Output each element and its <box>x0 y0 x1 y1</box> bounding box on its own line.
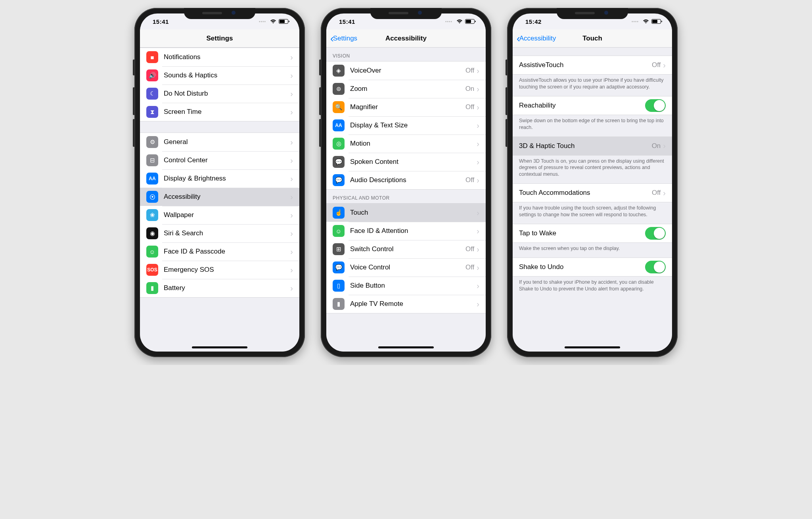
notifications-icon: ■ <box>146 51 158 63</box>
home-indicator[interactable] <box>192 346 247 348</box>
settings-row[interactable]: 🔍MagnifierOff› <box>326 98 486 116</box>
settings-row[interactable]: ⊞Switch ControlOff› <box>326 240 486 258</box>
signal-icon: •••• <box>632 19 639 24</box>
row-value: Off <box>465 103 474 111</box>
toggle-switch[interactable] <box>645 261 666 273</box>
footer-text: Wake the screen when you tap on the disp… <box>513 243 672 258</box>
settings-row[interactable]: AADisplay & Brightness› <box>140 169 299 188</box>
siri-icon: ◉ <box>146 227 158 239</box>
row-value: Off <box>465 176 474 184</box>
settings-row[interactable]: ⚙General› <box>140 133 299 151</box>
settings-row[interactable]: ⦿Accessibility› <box>140 188 299 206</box>
row-label: VoiceOver <box>350 67 465 75</box>
settings-row[interactable]: ■Notifications› <box>140 48 299 66</box>
chevron-right-icon: › <box>477 103 479 112</box>
home-indicator[interactable] <box>378 346 434 348</box>
settings-group: Tap to Wake <box>513 224 672 243</box>
section-header: PHYSICAL AND MOTOR <box>326 190 486 203</box>
section-header: VISION <box>326 48 486 61</box>
voiceover-icon: ◈ <box>333 65 345 77</box>
battery-icon <box>465 19 475 24</box>
chevron-right-icon: › <box>290 284 293 293</box>
settings-row[interactable]: ⊚ZoomOn› <box>326 80 486 98</box>
settings-row[interactable]: ▮Battery› <box>140 279 299 297</box>
toggle-switch[interactable] <box>645 227 666 240</box>
settings-row[interactable]: 💬Audio DescriptionsOff› <box>326 171 486 189</box>
status-indicators: •••• <box>632 19 661 24</box>
row-label: Wallpaper <box>164 211 290 219</box>
settings-row[interactable]: Tap to Wake <box>513 224 672 242</box>
toggle-switch[interactable] <box>645 99 666 112</box>
chevron-right-icon: › <box>663 61 666 70</box>
notch <box>184 8 255 19</box>
home-indicator[interactable] <box>565 346 620 348</box>
settings-group: AssistiveTouchOff› <box>513 56 672 75</box>
voicecontrol-icon: 💬 <box>333 261 345 273</box>
chevron-right-icon: › <box>290 53 293 62</box>
settings-group: Touch AccommodationsOff› <box>513 183 672 202</box>
settings-row[interactable]: 3D & Haptic TouchOn› <box>513 137 672 155</box>
settings-row[interactable]: ▮Apple TV Remote› <box>326 295 486 313</box>
chevron-right-icon: › <box>477 281 479 290</box>
row-label: Do Not Disturb <box>164 90 290 98</box>
settings-row[interactable]: 💬Voice ControlOff› <box>326 258 486 277</box>
settings-row[interactable]: ⧗Screen Time› <box>140 103 299 121</box>
chevron-right-icon: › <box>477 85 479 94</box>
settings-row[interactable]: Reachability <box>513 96 672 115</box>
chevron-right-icon: › <box>663 188 666 198</box>
battery-icon <box>651 19 661 24</box>
sos-icon: SOS <box>146 264 158 276</box>
settings-row[interactable]: 🔊Sounds & Haptics› <box>140 66 299 85</box>
row-label: Emergency SOS <box>164 266 290 274</box>
audiodesc-icon: 💬 <box>333 174 345 186</box>
chevron-right-icon: › <box>290 192 293 202</box>
settings-row[interactable]: ☺Face ID & Passcode› <box>140 242 299 261</box>
touch-list[interactable]: AssistiveTouchOff›AssistiveTouch allows … <box>513 48 672 352</box>
settings-row[interactable]: AssistiveTouchOff› <box>513 56 672 74</box>
settings-row[interactable]: 💬Spoken Content› <box>326 153 486 171</box>
settings-list[interactable]: ■Notifications›🔊Sounds & Haptics›☾Do Not… <box>140 48 299 352</box>
row-value: On <box>465 85 475 93</box>
textsize-icon: AA <box>333 119 345 131</box>
chevron-right-icon: › <box>290 89 293 98</box>
settings-row[interactable]: ☝Touch› <box>326 204 486 222</box>
settings-group: ◈VoiceOverOff›⊚ZoomOn›🔍MagnifierOff›AADi… <box>326 61 486 190</box>
back-button[interactable]: ‹ Accessibility <box>517 33 556 44</box>
status-time: 15:41 <box>153 18 169 25</box>
battery-icon: ▮ <box>146 282 158 294</box>
settings-row[interactable]: Touch AccommodationsOff› <box>513 184 672 202</box>
settings-row[interactable]: SOSEmergency SOS› <box>140 261 299 279</box>
settings-group: ⚙General›⊟Control Center›AADisplay & Bri… <box>140 133 299 298</box>
row-label: Sounds & Haptics <box>164 71 290 79</box>
wifi-icon <box>270 19 276 24</box>
settings-row[interactable]: ▯Side Button› <box>326 277 486 295</box>
settings-row[interactable]: ◉Siri & Search› <box>140 224 299 242</box>
appletv-icon: ▮ <box>333 298 345 310</box>
back-label: Accessibility <box>519 35 556 42</box>
row-label: Shake to Undo <box>519 263 645 271</box>
row-label: 3D & Haptic Touch <box>519 142 652 150</box>
settings-row[interactable]: ◈VoiceOverOff› <box>326 62 486 80</box>
row-label: Reachability <box>519 102 645 110</box>
settings-row[interactable]: Shake to Undo <box>513 258 672 276</box>
page-title: Touch <box>582 35 602 42</box>
settings-row[interactable]: ◎Motion› <box>326 135 486 153</box>
settings-row[interactable]: ❀Wallpaper› <box>140 206 299 224</box>
chevron-right-icon: › <box>663 141 666 150</box>
row-label: Zoom <box>350 85 465 93</box>
settings-row[interactable]: ⊟Control Center› <box>140 151 299 169</box>
phone-touch: 15:42 •••• ‹ Accessibility Touch Assisti… <box>507 8 678 357</box>
settings-row[interactable]: ☾Do Not Disturb› <box>140 85 299 103</box>
row-label: Face ID & Attention <box>350 227 477 235</box>
settings-row[interactable]: ☺Face ID & Attention› <box>326 222 486 240</box>
screen: 15:41 •••• ‹ Settings Accessibility VISI… <box>326 13 486 352</box>
chevron-right-icon: › <box>290 156 293 165</box>
accessibility-list[interactable]: VISION◈VoiceOverOff›⊚ZoomOn›🔍MagnifierOf… <box>326 48 486 352</box>
chevron-right-icon: › <box>477 121 479 130</box>
footer-text: If you have trouble using the touch scre… <box>513 202 672 224</box>
settings-row[interactable]: AADisplay & Text Size› <box>326 116 486 135</box>
back-button[interactable]: ‹ Settings <box>330 33 357 44</box>
navbar: ‹ Accessibility Touch <box>513 29 672 48</box>
chevron-right-icon: › <box>477 227 479 236</box>
status-indicators: •••• <box>259 19 288 24</box>
